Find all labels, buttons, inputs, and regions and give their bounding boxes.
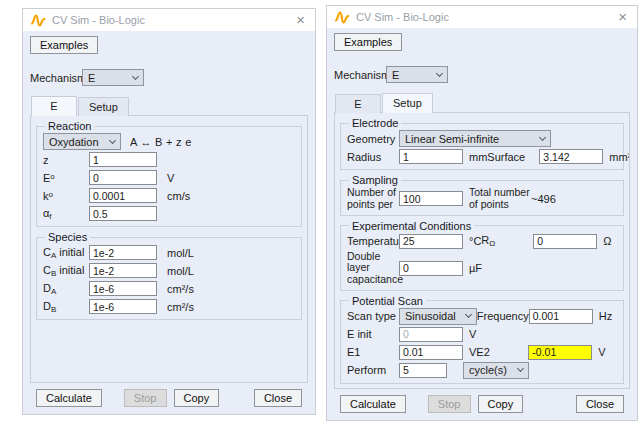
frequency-unit: Hz (599, 310, 625, 322)
mechanism-value: E (392, 69, 399, 81)
tab-setup[interactable]: Setup (382, 93, 433, 113)
z-row: z 1 (43, 151, 295, 168)
ca-row: CAinitial 1e-2 mol/L (43, 244, 295, 261)
k0-label: ko (43, 190, 89, 202)
e1-label: E1 (347, 346, 399, 358)
tab-e[interactable]: E (335, 94, 381, 113)
ca-initial-input[interactable]: 1e-2 (89, 245, 157, 260)
surface-unit: mm² (609, 151, 630, 163)
cb-row: CBinitial 1e-2 mol/L (43, 262, 295, 279)
db-unit: cm²/s (167, 301, 194, 313)
electrode-group: Electrode Geometry Linear Semi-infinite … (340, 117, 624, 170)
copy-button[interactable]: Copy (478, 395, 524, 413)
capacitance-input[interactable]: 0 (399, 261, 463, 276)
einit-label: E init (347, 328, 399, 340)
e0-input[interactable]: 0 (89, 170, 157, 185)
chevron-down-icon (109, 136, 116, 143)
temperature-input[interactable]: 25 (399, 234, 463, 249)
close-button[interactable]: Close (576, 395, 624, 413)
e1-input[interactable]: 0.01 (399, 345, 463, 360)
da-row: DA 1e-6 cm²/s (43, 280, 295, 297)
calculate-button[interactable]: Calculate (36, 389, 102, 407)
app-logo-icon (335, 11, 350, 24)
cb-initial-unit: mol/L (167, 265, 194, 277)
chevron-down-icon (539, 133, 546, 140)
perform-label: Perform (347, 364, 399, 376)
radius-input[interactable]: 1 (399, 149, 463, 164)
geometry-label: Geometry (347, 133, 399, 145)
tab-page-e: Reaction Oxydation A ↔ B + z e z 1 Eo 0 … (30, 115, 308, 383)
frequency-input[interactable]: 0.001 (529, 309, 593, 324)
db-input[interactable]: 1e-6 (89, 299, 157, 314)
sampling-group-title: Sampling (349, 174, 401, 186)
geometry-dropdown[interactable]: Linear Semi-infinite (399, 130, 551, 147)
mechanism-row: Mechanism E (30, 69, 308, 86)
resistance-label: RΩ (481, 234, 533, 248)
radius-label: Radius (347, 151, 399, 163)
total-points-value: ~496 (531, 193, 595, 205)
einit-unit: V (469, 328, 476, 340)
tab-setup[interactable]: Setup (78, 97, 129, 116)
titlebar[interactable]: CV Sim - Bio-Logic × (327, 6, 637, 28)
resistance-input[interactable]: 0 (533, 234, 597, 249)
geometry-value: Linear Semi-infinite (405, 133, 499, 145)
da-input[interactable]: 1e-6 (89, 281, 157, 296)
reaction-group: Reaction Oxydation A ↔ B + z e z 1 Eo 0 … (36, 120, 302, 227)
points-per-input[interactable]: 100 (399, 191, 463, 206)
db-label: DB (43, 300, 89, 314)
e1-e2-row: E1 0.01 V E2 -0.01 V (347, 344, 617, 361)
perform-unit-dropdown[interactable]: cycle(s) (463, 362, 529, 379)
close-icon[interactable]: × (294, 13, 307, 27)
perform-unit-value: cycle(s) (469, 364, 507, 376)
capacitance-row: Double layer capacitance 0 µF (347, 251, 617, 286)
surface-input[interactable]: 3.142 (539, 149, 603, 164)
db-row: DB 1e-6 cm²/s (43, 298, 295, 315)
frequency-label: Frequency (477, 310, 529, 322)
k0-row: ko 0.0001 cm/s (43, 187, 295, 204)
mechanism-row: Mechanism E (334, 66, 630, 83)
geometry-row: Geometry Linear Semi-infinite (347, 130, 617, 147)
alpha-f-label: αf (43, 207, 89, 221)
perform-input[interactable]: 5 (399, 363, 447, 378)
mechanism-label: Mechanism (334, 69, 386, 81)
alpha-f-input[interactable]: 0.5 (89, 206, 157, 221)
experimental-conditions-title: Experimental Conditions (349, 220, 474, 232)
examples-button[interactable]: Examples (30, 36, 98, 54)
da-unit: cm²/s (167, 283, 194, 295)
species-group: Species CAinitial 1e-2 mol/L CBinitial 1… (36, 231, 302, 320)
close-icon[interactable]: × (616, 10, 629, 24)
einit-row: E init 0 V (347, 326, 617, 343)
temperature-row: Temperature 25 °C RΩ 0 Ω (347, 233, 617, 250)
e2-unit: V (598, 346, 624, 358)
titlebar[interactable]: CV Sim - Bio-Logic × (23, 9, 315, 31)
app-logo-icon (31, 14, 46, 27)
copy-button[interactable]: Copy (174, 389, 220, 407)
double-layer-capacitance-label: Double layer capacitance (347, 251, 399, 286)
examples-button[interactable]: Examples (334, 33, 402, 51)
scan-type-dropdown[interactable]: Sinusoidal (399, 308, 477, 325)
e2-field[interactable]: -0.01 (528, 345, 592, 360)
radius-row: Radius 1 mm Surface 3.142 mm² (347, 148, 617, 165)
da-label: DA (43, 282, 89, 296)
mechanism-dropdown[interactable]: E (82, 69, 144, 86)
ca-initial-unit: mol/L (167, 247, 194, 259)
chevron-down-icon (436, 69, 443, 76)
resistance-unit: Ω (603, 235, 629, 247)
cb-initial-input[interactable]: 1e-2 (89, 263, 157, 278)
points-row: Number of points per 100 Total number of… (347, 187, 617, 211)
chevron-down-icon (465, 311, 472, 318)
radius-unit: mm (469, 151, 487, 163)
k0-input[interactable]: 0.0001 (89, 188, 157, 203)
reaction-direction-dropdown[interactable]: Oxydation (43, 133, 121, 150)
footer-buttons: Calculate Stop Copy Close (334, 389, 630, 420)
tab-strip: E Setup (334, 93, 630, 113)
tab-e[interactable]: E (31, 96, 77, 116)
calculate-button[interactable]: Calculate (340, 395, 406, 413)
mechanism-dropdown[interactable]: E (386, 66, 448, 83)
points-per-label: Number of points per (347, 187, 399, 211)
potential-scan-title: Potential Scan (349, 295, 426, 307)
experimental-conditions-group: Experimental Conditions Temperature 25 °… (340, 220, 624, 291)
z-input[interactable]: 1 (89, 152, 157, 167)
species-group-title: Species (45, 231, 90, 243)
close-button[interactable]: Close (254, 389, 302, 407)
